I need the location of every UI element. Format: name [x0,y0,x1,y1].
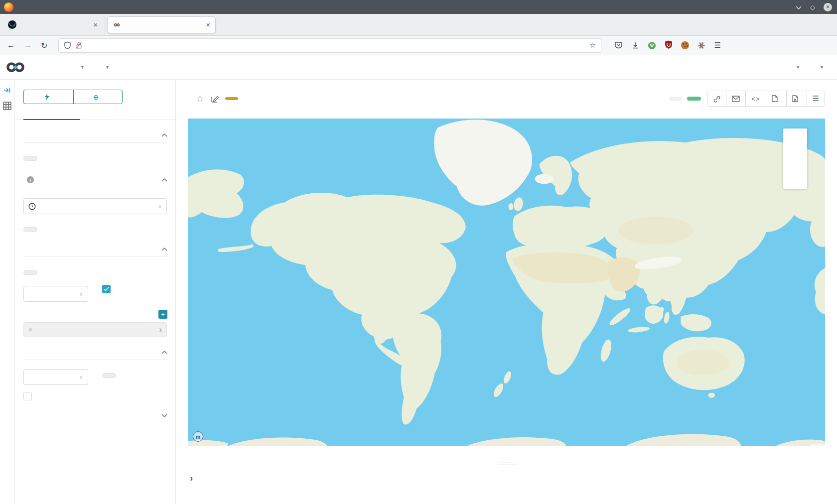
map-canvas[interactable]: m [188,119,825,446]
reload-button[interactable]: ↻ [41,41,47,50]
embed-code-button[interactable]: <> [745,91,765,106]
legend-swatch [790,177,795,182]
control-sidebar: ⊕ i [14,80,176,504]
mapbox-logo-icon: m [193,431,203,442]
browser-tab-apache-druid[interactable]: × [3,16,105,33]
legend-item[interactable] [790,134,800,142]
map-style-select[interactable]: ∨ [23,369,88,385]
filter-chip[interactable]: × › [23,322,167,337]
checkbox-unchecked-icon[interactable] [23,392,32,400]
url-field[interactable]: ☆ [58,38,601,53]
shield-permissions-icon[interactable] [64,41,71,49]
export-csv-button[interactable] [786,91,807,106]
cookie-extension-icon[interactable] [681,41,689,49]
menu-icon: ☰ [813,94,819,103]
nav-item-data[interactable]: ▼ [103,65,110,70]
legend-item[interactable] [790,150,800,159]
row-limit-select[interactable]: ∨ [23,286,88,302]
envelope-icon [732,96,740,102]
viewport-value[interactable] [102,373,116,378]
colorful-asterisk-extension-icon[interactable] [698,41,705,49]
file-x-icon [792,95,798,102]
chevron-down-icon [161,414,167,417]
checkbox-checked-icon[interactable] [102,285,111,293]
legend-swatch [790,168,795,173]
privacy-badger-icon[interactable] [648,41,656,50]
chart-menu-button[interactable]: ☰ [807,91,825,106]
link-icon [713,95,720,103]
run-button[interactable] [23,90,73,104]
section-map[interactable] [23,351,167,354]
ublock-icon[interactable] [665,40,673,51]
copy-link-button[interactable] [707,91,726,106]
panel-resize-handle[interactable] [498,461,516,467]
query-timer-badge [687,97,701,101]
viz-type-value[interactable] [23,156,37,161]
tab-close-icon[interactable]: × [93,20,98,29]
section-point-size[interactable] [23,414,167,417]
back-button[interactable]: ← [7,41,15,50]
map-points-layer [188,119,825,446]
superset-brand[interactable] [6,62,29,73]
save-button[interactable]: ⊕ [73,90,123,104]
new-item-button[interactable]: ▼ [794,65,800,70]
email-button[interactable] [726,91,745,106]
plus-circle-icon: ⊕ [93,93,99,101]
add-filter-button[interactable]: + [158,310,167,319]
clock-icon [28,203,36,210]
time-range-value[interactable] [23,227,37,232]
section-chart-type[interactable] [23,133,167,137]
section-query[interactable] [23,248,167,251]
nav-item-sql-lab[interactable]: ▼ [78,65,85,70]
file-icon [772,95,778,102]
chevron-down-icon: ∨ [79,291,83,297]
edit-properties-icon[interactable] [211,95,219,103]
legend-item[interactable] [790,142,800,151]
insecure-lock-icon[interactable] [75,41,83,49]
auto-zoom-checkbox-row[interactable] [23,392,167,400]
settings-menu[interactable]: ▼ [817,65,824,70]
altered-badge[interactable] [225,97,238,100]
code-icon: <> [751,95,760,103]
map-attribution [810,444,825,446]
time-column-select[interactable]: ∨ [23,198,167,214]
export-json-button[interactable] [766,91,786,106]
section-time[interactable]: i [23,176,167,183]
screen: ◇ × × ∞ × ← → ↻ [0,0,837,504]
browser-menu-icon[interactable]: ☰ [714,41,720,50]
chevron-down-icon: ▼ [105,65,110,70]
expand-filter-icon[interactable]: › [159,325,162,335]
window-titlebar: ◇ × [0,0,837,14]
dataset-grid-icon[interactable] [3,102,11,110]
info-icon: i [27,176,34,183]
mapbox-logo[interactable]: m [193,431,205,442]
legend-item[interactable] [790,159,800,167]
map-legend [783,128,807,189]
favorite-star-icon[interactable]: ☆ [196,93,204,105]
lonlat-value[interactable] [23,270,37,275]
data-panel-toggle[interactable]: › [190,473,199,483]
browser-tabbar: × ∞ × [0,14,837,36]
tab-data[interactable] [23,113,80,120]
chevron-up-icon [161,351,167,354]
remove-filter-icon[interactable]: × [28,326,32,334]
legend-item[interactable] [790,175,800,184]
pocket-icon[interactable] [614,41,623,49]
collapse-panel-icon[interactable] [3,87,11,94]
firefox-icon [4,2,13,12]
tab-close-icon[interactable]: × [206,20,210,29]
download-icon[interactable] [631,41,639,49]
chevron-up-icon [161,178,167,182]
window-minimize-icon[interactable] [796,4,802,10]
forward-button[interactable]: → [24,41,32,50]
legend-item[interactable] [790,167,800,175]
sidebar-tabs [14,113,175,120]
chevron-down-icon: ▼ [796,65,800,70]
chevron-down-icon: ▼ [80,65,85,70]
legend-swatch [790,144,795,149]
window-maximize-icon[interactable]: ◇ [810,4,815,10]
ignore-null-checkbox-row[interactable] [102,285,115,302]
bookmark-star-icon[interactable]: ☆ [589,41,596,50]
browser-tab-earthquake[interactable]: ∞ × [107,16,216,33]
window-close-icon[interactable]: × [824,3,832,11]
